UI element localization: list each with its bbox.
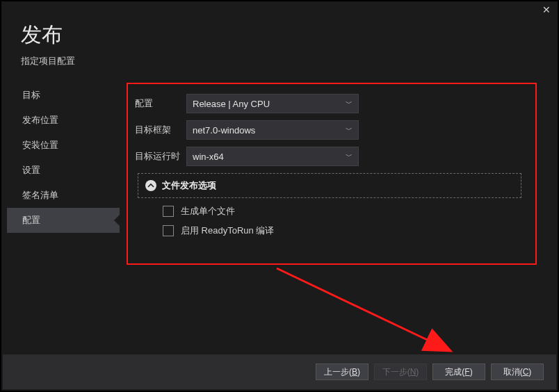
runtime-label: 目标运行时 [135,150,186,163]
dialog-title: 发布 [21,21,558,49]
ready-to-run-label: 启用 ReadyToRun 编译 [181,224,274,237]
dialog-header: 发布 指定项目配置 [1,1,558,67]
file-publish-options-expander[interactable]: 文件发布选项 [138,173,521,198]
main-panel: 配置 Release | Any CPU ﹀ 目标框架 net7.0-windo… [120,83,558,347]
single-file-label: 生成单个文件 [181,205,235,218]
finish-button[interactable]: 完成(F) [432,364,485,380]
sidebar-item-target[interactable]: 目标 [7,83,120,108]
runtime-select[interactable]: win-x64 ﹀ [186,147,359,166]
sidebar-item-label: 安装位置 [22,140,58,150]
sidebar-item-configuration[interactable]: 配置 [7,208,120,233]
dialog-footer: 上一步(B) 下一步(N) 完成(F) 取消(C) [3,354,556,389]
framework-label: 目标框架 [135,124,186,136]
ready-to-run-checkbox[interactable] [163,225,174,236]
back-button[interactable]: 上一步(B) [316,364,368,380]
config-value: Release | Any CPU [193,99,270,109]
framework-select[interactable]: net7.0-windows ﹀ [186,120,359,140]
dialog-subtitle: 指定项目配置 [21,55,558,67]
sidebar-item-label: 发布位置 [22,115,58,125]
close-icon[interactable]: ✕ [542,4,551,15]
framework-value: net7.0-windows [193,125,255,136]
sidebar-item-label: 签名清单 [22,190,58,200]
sidebar-item-label: 配置 [22,215,40,225]
sidebar-item-label: 目标 [22,90,40,100]
config-select[interactable]: Release | Any CPU ﹀ [186,94,359,113]
chevron-down-icon: ﹀ [346,125,353,135]
next-button: 下一步(N) [374,364,427,380]
single-file-checkbox[interactable] [163,206,174,217]
expand-up-icon [145,180,156,191]
sidebar-item-publish-location[interactable]: 发布位置 [7,108,120,133]
publish-dialog: ✕ 发布 指定项目配置 目标 发布位置 安装位置 设置 签名清单 配置 配置 R… [0,0,559,392]
chevron-down-icon: ﹀ [346,152,353,161]
runtime-value: win-x64 [193,152,224,162]
sidebar-item-settings[interactable]: 设置 [7,158,120,183]
config-label: 配置 [135,97,186,110]
wizard-sidebar: 目标 发布位置 安装位置 设置 签名清单 配置 [1,83,120,347]
sidebar-item-install-location[interactable]: 安装位置 [7,133,120,158]
chevron-down-icon: ﹀ [346,99,353,108]
sidebar-item-label: 设置 [22,165,40,175]
sidebar-item-signing[interactable]: 签名清单 [7,183,120,208]
cancel-button[interactable]: 取消(C) [491,364,544,380]
expander-label: 文件发布选项 [162,179,216,192]
